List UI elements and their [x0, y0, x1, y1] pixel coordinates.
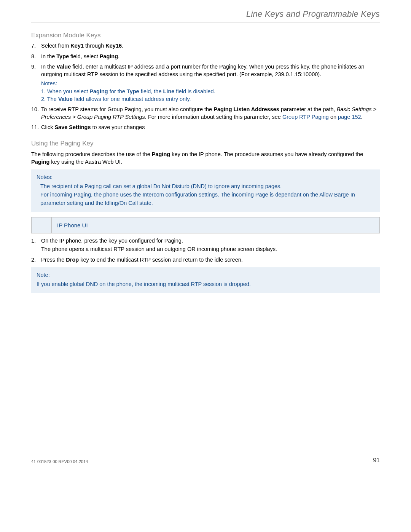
- text: In the: [41, 64, 56, 70]
- step-9: In the Value field, enter a multicast IP…: [40, 63, 380, 103]
- key16-label: Key16: [105, 43, 122, 49]
- text: The following procedure describes the us…: [31, 151, 152, 157]
- text: . For more information about setting thi…: [145, 114, 282, 120]
- text: 1. When you select: [41, 88, 89, 94]
- text: Type: [127, 88, 139, 94]
- text: Value: [58, 96, 73, 102]
- text: Select from: [41, 43, 70, 49]
- text: Paging: [152, 151, 170, 157]
- text: field is disabled.: [174, 88, 215, 94]
- text: 2. The: [41, 96, 58, 102]
- step-10: To receive RTP steams for Group Paging, …: [40, 106, 380, 121]
- group-rtp-paging-link[interactable]: Group RTP Paging: [282, 114, 329, 120]
- section-expansion-module-keys: Expansion Module Keys: [31, 32, 380, 39]
- page-header-title: Line Keys and Programmable Keys: [31, 9, 380, 22]
- step-9-note-2: 2. The Value field allows for one multic…: [41, 95, 380, 103]
- text: field allows for one multicast address e…: [73, 96, 191, 102]
- text: key on the IP phone. The procedure assum…: [170, 151, 363, 157]
- key1-label: Key1: [70, 43, 84, 49]
- text: On the IP phone, press the key you confi…: [41, 238, 183, 244]
- text: on: [329, 114, 338, 120]
- notes-box-2: Note: If you enable global DND on the ph…: [31, 267, 380, 293]
- note-label: Note:: [37, 271, 374, 280]
- ip-phone-ui-label: IP Phone UI: [51, 217, 380, 233]
- text: through: [84, 43, 105, 49]
- paging-label: Paging: [100, 53, 118, 59]
- section-using-paging-key: Using the Paging Key: [31, 140, 380, 147]
- text: parameter at the path,: [279, 106, 337, 112]
- text: field, select: [69, 53, 100, 59]
- text: field, enter a multicast IP address and …: [41, 64, 365, 77]
- inner-step-1: On the IP phone, press the key you confi…: [40, 237, 380, 253]
- text: to save your changes: [91, 124, 145, 130]
- note-line-1: If you enable global DND on the phone, t…: [37, 280, 374, 289]
- page-footer: 41-001523-00 REV00 04.2014 91: [31, 457, 380, 464]
- save-settings-label: Save Settings: [54, 124, 91, 130]
- inner-steps: On the IP phone, press the key you confi…: [31, 237, 380, 264]
- notes-label: Notes:: [37, 173, 374, 182]
- text: To receive RTP steams for Group Paging, …: [41, 106, 213, 112]
- step-7: Select from Key1 through Key16.: [40, 42, 380, 50]
- expansion-steps: Select from Key1 through Key16. In the T…: [31, 42, 380, 131]
- text: Press the: [41, 257, 66, 263]
- text: key to end the multicast RTP session and…: [79, 257, 243, 263]
- page-152-link[interactable]: page 152: [338, 114, 361, 120]
- type-field-label: Type: [56, 53, 69, 59]
- text: Line: [163, 88, 175, 94]
- notes-line-1: The recipient of a Paging call can set a…: [37, 182, 374, 191]
- doc-id: 41-001523-00 REV00 04.2014: [31, 459, 88, 464]
- inner-step-2: Press the Drop key to end the multicast …: [40, 256, 380, 264]
- notes-line-2: For incoming Paging, the phone uses the …: [37, 191, 374, 208]
- paging-listen-addresses-label: Paging Listen Addresses: [213, 106, 279, 112]
- drop-key-label: Drop: [66, 257, 79, 263]
- inner-step-1-sub: The phone opens a multicast RTP session …: [41, 246, 380, 253]
- page-number: 91: [373, 457, 380, 464]
- ip-phone-ui-icon-cell: [31, 217, 51, 233]
- step-9-notes: Notes: 1. When you select Paging for the…: [41, 80, 380, 103]
- ip-phone-ui-bar: IP Phone UI: [31, 217, 380, 233]
- text: Paging: [89, 88, 108, 94]
- text: .: [122, 43, 123, 49]
- text: for the: [108, 88, 127, 94]
- text: .: [118, 53, 119, 59]
- using-intro: The following procedure describes the us…: [31, 150, 380, 166]
- value-field-label: Value: [56, 64, 71, 70]
- step-8: In the Type field, select Paging.: [40, 53, 380, 61]
- text: .: [361, 114, 363, 120]
- notes-label: Notes:: [41, 80, 380, 87]
- text: In the: [41, 53, 56, 59]
- text: Click: [41, 124, 54, 130]
- notes-box-1: Notes: The recipient of a Paging call ca…: [31, 169, 380, 212]
- text: key using the Aastra Web UI.: [49, 159, 122, 165]
- document-page: Line Keys and Programmable Keys Expansio…: [0, 0, 411, 479]
- step-11: Click Save Settings to save your changes: [40, 124, 380, 131]
- text: Paging: [31, 159, 49, 165]
- text: field, the: [139, 88, 163, 94]
- step-9-note-1: 1. When you select Paging for the Type f…: [41, 88, 380, 95]
